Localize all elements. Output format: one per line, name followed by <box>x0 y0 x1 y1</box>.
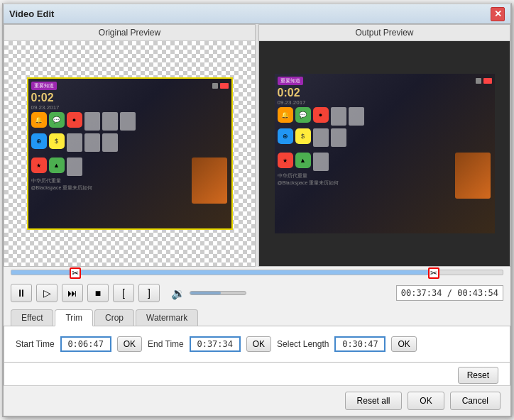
file-icon-out-2 <box>349 107 364 126</box>
app-icon-5: $ <box>49 133 65 149</box>
end-time-ok-button[interactable]: OK <box>246 336 271 352</box>
status-icon-out <box>476 78 481 84</box>
phone-time-output: 0:02 <box>278 87 492 99</box>
file-icon-3 <box>120 112 136 131</box>
play-icon: ▷ <box>43 287 51 299</box>
app-icon-out-1: 🔔 <box>278 107 293 123</box>
featured-image-out <box>455 153 491 199</box>
original-preview-panel: Original Preview 重要知道 0:02 09.23.201 <box>4 24 256 267</box>
file-icon-out-4 <box>331 128 346 147</box>
output-preview-content: 重要知道 0:02 09.23.2017 🔔 💬 ● <box>259 41 510 266</box>
scrubber-bar[interactable]: ✂ ✂ <box>11 270 503 275</box>
file-icon-5 <box>84 133 100 152</box>
dialog-title: Video Edit <box>9 9 491 19</box>
phone-badge: 重要知道 <box>31 82 57 90</box>
bottom-description: 中华历代重量@Blackspace 重量来历如何 <box>31 177 190 192</box>
status-icons-output <box>476 78 492 84</box>
file-icons-out-2 <box>313 128 346 147</box>
play-button[interactable]: ▷ <box>36 284 58 302</box>
app-icon-out-3: ● <box>313 107 329 123</box>
volume-fill <box>190 292 221 294</box>
phone-top-output: 重要知道 <box>278 77 492 85</box>
file-icon-out-5 <box>313 153 329 171</box>
featured-image <box>192 158 227 204</box>
reset-row: Reset <box>4 363 510 385</box>
reset-all-button[interactable]: Reset all <box>345 392 403 410</box>
tab-crop[interactable]: Crop <box>94 309 134 326</box>
skip-icon: ⏭ <box>67 287 77 299</box>
trim-row: Start Time OK End Time OK Select Length … <box>16 336 498 352</box>
scrubber-handle-right[interactable]: ✂ <box>428 267 439 279</box>
file-icon-6 <box>102 133 118 152</box>
mark-out-button[interactable]: ] <box>138 284 160 302</box>
more-file-icons <box>67 133 118 152</box>
bottom-section-out: ★ ▲ 中华历代重量@Blackspace 重量来历如何 <box>278 151 492 200</box>
output-preview-panel: Output Preview 重要知道 0:02 09.23.2017 <box>258 24 510 267</box>
phone-badge-output: 重要知道 <box>278 77 303 85</box>
tab-watermark[interactable]: Watermark <box>136 309 198 326</box>
phone-time-original: 0:02 <box>31 92 229 104</box>
time-display: 00:37:34 / 00:43:54 <box>396 285 503 301</box>
phone-screen-output: 重要知道 0:02 09.23.2017 🔔 💬 ● <box>275 74 495 233</box>
preview-panels: Original Preview 重要知道 0:02 09.23.201 <box>4 24 510 267</box>
app-icon-7: ▲ <box>49 158 65 173</box>
close-button[interactable]: ✕ <box>491 7 505 21</box>
end-time-input[interactable] <box>190 336 241 352</box>
file-icons-out <box>331 107 364 126</box>
status-icon-2 <box>220 83 229 89</box>
select-length-input[interactable] <box>334 336 386 352</box>
app-icon-4: ⊕ <box>31 133 47 149</box>
volume-slider[interactable] <box>190 291 246 295</box>
app-icon-out-4: ⊕ <box>278 128 293 144</box>
bottom-text-out: ★ ▲ 中华历代重量@Blackspace 重量来历如何 <box>278 151 454 200</box>
file-icon-2 <box>102 112 118 131</box>
mark-in-button[interactable]: [ <box>113 284 134 302</box>
controls-row: ⏸ ▷ ⏭ ■ [ ] 🔉 00:37:34 / 00:43:54 <box>4 281 510 305</box>
video-edit-dialog: Video Edit ✕ Original Preview 重要知道 <box>2 3 512 417</box>
file-icon-7 <box>67 158 82 176</box>
trim-panel: Start Time OK End Time OK Select Length … <box>4 326 510 363</box>
app-icon-1: 🔔 <box>31 112 47 128</box>
output-preview-header: Output Preview <box>259 25 510 41</box>
original-video-thumb: 重要知道 0:02 09.23.2017 🔔 💬 ● <box>27 77 233 230</box>
end-time-label: End Time <box>148 339 184 349</box>
title-bar: Video Edit ✕ <box>4 4 510 24</box>
phone-top: 重要知道 <box>31 82 229 90</box>
phone-app-icons-2: ⊕ $ <box>31 133 229 152</box>
phone-date-output: 09.23.2017 <box>278 99 492 106</box>
file-icon-out-3 <box>313 128 329 147</box>
phone-date: 09.23.2017 <box>31 104 229 111</box>
start-time-ok-button[interactable]: OK <box>117 336 142 352</box>
tab-effect[interactable]: Effect <box>11 309 53 326</box>
select-length-label: Select Length <box>277 339 329 349</box>
stop-button[interactable]: ■ <box>87 284 109 302</box>
app-icon-6: ★ <box>31 158 47 173</box>
stop-icon: ■ <box>95 287 101 299</box>
bottom-bar: Reset all OK Cancel <box>4 385 510 416</box>
tab-trim[interactable]: Trim <box>55 309 93 326</box>
app-icon-2: 💬 <box>49 112 65 128</box>
skip-button[interactable]: ⏭ <box>62 284 83 302</box>
app-icon-out-5: $ <box>295 128 311 144</box>
ok-button[interactable]: OK <box>408 392 444 410</box>
volume-icon: 🔉 <box>171 287 185 300</box>
file-icon-out-1 <box>331 107 346 126</box>
scissors-icon-left: ✂ <box>72 268 79 278</box>
select-length-ok-button[interactable]: OK <box>391 336 416 352</box>
bottom-section: ★ ▲ 中华历代重量@Blackspace 重量来历如何 <box>31 156 229 205</box>
reset-button[interactable]: Reset <box>458 367 498 384</box>
tabs-row: Effect Trim Crop Watermark <box>4 305 510 326</box>
start-time-label: Start Time <box>16 339 55 349</box>
scrubber-handle-left[interactable]: ✂ <box>70 267 81 279</box>
bottom-text-area: ★ ▲ 中华历代重量@Blackspace 重量来历如何 <box>31 156 190 205</box>
pause-icon: ⏸ <box>16 287 26 299</box>
pause-button[interactable]: ⏸ <box>11 284 32 302</box>
bottom-description-out: 中华历代重量@Blackspace 重量来历如何 <box>278 172 454 187</box>
original-preview-header: Original Preview <box>4 25 255 41</box>
status-icon-out-2 <box>483 78 492 84</box>
scissors-icon-right: ✂ <box>430 268 437 278</box>
cancel-button[interactable]: Cancel <box>450 392 501 410</box>
phone-app-icons-out-2: ⊕ $ <box>278 128 492 147</box>
phone-app-icons: 🔔 💬 ● <box>31 112 229 131</box>
start-time-input[interactable] <box>60 336 111 352</box>
